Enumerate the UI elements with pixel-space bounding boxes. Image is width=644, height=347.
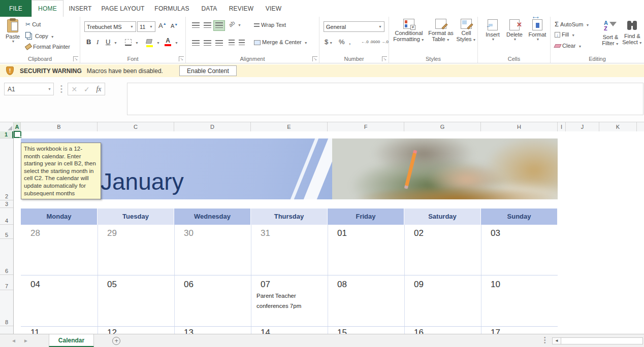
worksheet[interactable]: January This workbook is a 12-month cale…	[14, 131, 644, 334]
row-header-8[interactable]: 8	[0, 290, 13, 326]
orientation-dropdown-arrow[interactable]: ▼	[238, 23, 241, 27]
row-header-5[interactable]: 5	[0, 225, 13, 239]
underline-button[interactable]: U	[106, 38, 110, 46]
tab-insert[interactable]: INSERT	[63, 0, 97, 17]
row-header-3[interactable]: 3	[0, 200, 13, 208]
format-as-table-button[interactable]: Format as Table▼	[427, 19, 455, 42]
orientation-button[interactable]: ab	[228, 19, 236, 28]
column-header-i[interactable]: I	[558, 122, 566, 132]
enable-content-button[interactable]: Enable Content	[179, 65, 237, 76]
bold-button[interactable]: B	[86, 38, 91, 46]
wrap-text-button[interactable]: Wrap Text	[254, 22, 286, 28]
fill-color-button[interactable]	[146, 39, 153, 47]
tab-bar-splitter[interactable]: •••	[544, 336, 546, 344]
fill-button[interactable]: ↓ Fill ▼	[555, 31, 575, 38]
day-header-wednesday[interactable]: Wednesday	[174, 209, 250, 225]
decrease-decimal-button[interactable]: .00 →.0	[374, 40, 389, 44]
align-center-button[interactable]	[202, 38, 213, 49]
tab-view[interactable]: VIEW	[259, 0, 288, 17]
increase-indent-button[interactable]	[239, 40, 245, 46]
fill-dropdown-arrow[interactable]: ▼	[571, 33, 575, 37]
format-cells-button[interactable]: ⟷ Format ▼	[527, 19, 548, 41]
date-cell[interactable]: 31	[261, 228, 270, 238]
sheet-nav-right-icon[interactable]: ►	[23, 338, 28, 343]
font-size-combo[interactable]: 11▼	[137, 21, 155, 32]
insert-dropdown-arrow[interactable]: ▼	[484, 38, 502, 41]
italic-button[interactable]: I	[96, 38, 99, 46]
find-select-button[interactable]: Find & Select▼	[622, 20, 643, 45]
number-format-combo[interactable]: General▼	[324, 21, 384, 32]
date-cell[interactable]: 07	[261, 280, 270, 290]
fill-handle[interactable]	[20, 136, 22, 138]
date-cell[interactable]: 16	[414, 328, 424, 334]
column-header-a[interactable]: A	[14, 122, 21, 132]
alignment-dialog-launcher[interactable]: ↘	[312, 56, 317, 61]
column-header-h[interactable]: H	[481, 122, 558, 132]
fill-color-dropdown-arrow[interactable]: ▼	[156, 41, 160, 45]
accounting-dropdown-arrow[interactable]: ▼	[329, 41, 333, 45]
clear-dropdown-arrow[interactable]: ▼	[578, 45, 582, 48]
date-cell[interactable]: 09	[414, 280, 424, 290]
cell-styles-button[interactable]: Cell Styles▼	[456, 19, 476, 42]
paste-button[interactable]: Paste ▼	[4, 19, 21, 43]
conditional-dropdown-arrow[interactable]: ▼	[421, 38, 425, 42]
date-cell[interactable]: 14	[261, 328, 270, 334]
formula-bar-splitter[interactable]: •••	[60, 84, 62, 93]
border-dropdown-arrow[interactable]: ▼	[135, 41, 139, 45]
date-cell[interactable]: 10	[491, 280, 500, 290]
autosum-button[interactable]: Σ AutoSum ▼	[555, 20, 589, 28]
cell-styles-dropdown-arrow[interactable]: ▼	[473, 38, 476, 42]
merge-center-button[interactable]: Merge & Center ▼	[254, 39, 308, 45]
date-cell[interactable]: 17	[491, 328, 500, 334]
border-button[interactable]	[125, 39, 132, 46]
date-cell[interactable]: 02	[414, 228, 424, 238]
column-header-c[interactable]: C	[98, 122, 174, 132]
column-header-e[interactable]: E	[251, 122, 328, 132]
sort-filter-button[interactable]: A Z Sort & Filter▼	[600, 20, 621, 46]
date-cell[interactable]: 15	[337, 328, 347, 334]
formula-input[interactable]	[127, 83, 643, 115]
delete-dropdown-arrow[interactable]: ▼	[505, 38, 525, 41]
insert-cells-button[interactable]: ← Insert ▼	[483, 19, 502, 41]
row-header-2[interactable]: 2	[0, 138, 13, 200]
name-box[interactable]: A1 ▼	[4, 83, 54, 95]
autosum-dropdown-arrow[interactable]: ▼	[586, 23, 589, 27]
cut-button[interactable]: ✂ Cut	[25, 21, 41, 28]
align-right-button[interactable]	[213, 38, 225, 49]
tab-review[interactable]: REVIEW	[223, 0, 259, 17]
insert-function-icon[interactable]: fx	[96, 85, 101, 93]
find-select-dropdown-arrow[interactable]: ▼	[639, 41, 642, 45]
date-cell[interactable]: 30	[184, 228, 194, 238]
enter-icon[interactable]: ✓	[84, 85, 90, 93]
font-color-dropdown-arrow[interactable]: ▼	[175, 41, 178, 45]
day-header-thursday[interactable]: Thursday	[251, 209, 327, 225]
sheet-nav-left-icon[interactable]: ◄	[11, 338, 16, 343]
column-header-g[interactable]: G	[404, 122, 481, 132]
decrease-font-size-button[interactable]: A▼	[171, 23, 178, 29]
date-cell[interactable]: 28	[30, 228, 40, 238]
top-align-button[interactable]	[190, 20, 202, 31]
accounting-format-button[interactable]: $▼	[325, 38, 333, 46]
tab-file[interactable]: FILE	[0, 0, 31, 17]
conditional-formatting-button[interactable]: ≠ Conditional Formatting▼	[392, 19, 426, 42]
date-cell[interactable]: 06	[184, 280, 194, 290]
column-header-b[interactable]: B	[21, 122, 98, 132]
increase-decimal-button[interactable]: ←.0 .00	[361, 40, 375, 44]
date-cell[interactable]: 04	[30, 280, 40, 290]
row-header-4[interactable]: 4	[0, 208, 13, 225]
day-header-saturday[interactable]: Saturday	[404, 209, 480, 225]
cancel-icon[interactable]: ✕	[71, 85, 77, 93]
percent-style-button[interactable]: %	[339, 38, 345, 46]
align-left-button[interactable]	[190, 38, 202, 49]
font-dialog-launcher[interactable]: ↘	[179, 56, 184, 61]
active-cell-selection[interactable]	[14, 131, 21, 138]
font-color-button[interactable]: A	[165, 37, 171, 46]
tab-page-layout[interactable]: PAGE LAYOUT	[97, 0, 149, 17]
date-cell[interactable]: 29	[107, 228, 117, 238]
font-name-combo[interactable]: Trebuchet MS▼	[84, 21, 136, 32]
hscroll-left-arrow[interactable]: ◄	[552, 337, 561, 344]
delete-cells-button[interactable]: ✕ Delete ▼	[504, 19, 525, 41]
format-painter-button[interactable]: Format Painter	[25, 44, 70, 50]
sheet-tab-calendar[interactable]: Calendar	[49, 334, 94, 347]
clear-button[interactable]: Clear ▼	[555, 43, 582, 49]
